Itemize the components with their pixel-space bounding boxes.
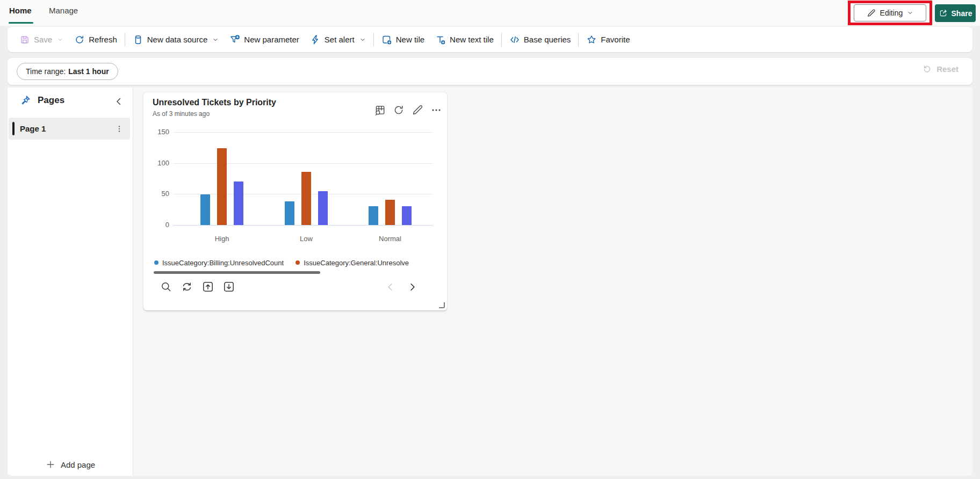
toolbar-divider xyxy=(125,33,125,47)
refresh-icon xyxy=(74,34,85,45)
gridline-y150 xyxy=(173,132,433,133)
chevron-down-icon[interactable] xyxy=(212,37,219,43)
bar-low-series2[interactable] xyxy=(301,172,311,225)
database-icon xyxy=(133,34,143,45)
bar-chart: 150100500HighLowNormal xyxy=(143,92,447,310)
new-data-source-label: New data source xyxy=(147,35,208,44)
pages-title: Pages xyxy=(38,95,64,106)
star-icon xyxy=(586,34,597,45)
share-icon xyxy=(939,9,948,18)
refresh-button[interactable]: Refresh xyxy=(69,27,122,52)
chevron-down-icon xyxy=(907,10,913,16)
dashboard-toolbar: Save Refresh New data source New paramet… xyxy=(8,27,972,52)
chevron-right-icon[interactable] xyxy=(407,282,417,292)
tile-plus-icon xyxy=(381,34,392,45)
legend-item[interactable]: IssueCategory:Billing:UnresolvedCount xyxy=(154,258,284,267)
gridline-y100 xyxy=(173,163,433,164)
pages-header: Pages xyxy=(19,95,64,106)
legend-label: IssueCategory:Billing:UnresolvedCount xyxy=(162,259,284,267)
code-icon xyxy=(509,34,520,45)
favorite-button[interactable]: Favorite xyxy=(581,27,635,52)
selected-indicator xyxy=(12,122,15,135)
gridline-y0 xyxy=(173,225,433,226)
tile-bottom-controls xyxy=(160,280,235,293)
set-alert-button[interactable]: Set alert xyxy=(305,27,371,52)
plus-icon xyxy=(46,460,55,469)
lightning-icon xyxy=(310,34,321,45)
page-more-icon[interactable] xyxy=(115,125,124,133)
new-tile-button[interactable]: New tile xyxy=(376,27,430,52)
reset-label: Reset xyxy=(936,64,959,74)
tile-resize-handle[interactable] xyxy=(439,302,445,308)
chart-legend: IssueCategory:Billing:UnresolvedCount Is… xyxy=(154,258,436,267)
new-tile-label: New tile xyxy=(396,35,424,44)
bar-normal-series2[interactable] xyxy=(385,200,395,225)
collapse-sidebar-icon[interactable] xyxy=(113,96,124,107)
page-label: Page 1 xyxy=(20,124,46,133)
chevron-down-icon[interactable] xyxy=(359,37,366,43)
tab-home[interactable]: Home xyxy=(9,6,32,15)
base-queries-label: Base queries xyxy=(524,35,571,44)
bar-high-series3[interactable] xyxy=(234,182,243,225)
refresh-label: Refresh xyxy=(89,35,117,44)
y-axis-tick: 50 xyxy=(147,190,169,198)
undo-icon xyxy=(922,64,932,74)
magnifier-icon[interactable] xyxy=(160,280,172,293)
new-parameter-label: New parameter xyxy=(244,35,299,44)
toolbar-divider xyxy=(578,33,579,47)
reset-filters-button[interactable]: Reset xyxy=(922,64,959,74)
x-axis-label-high: High xyxy=(198,235,246,243)
save-label: Save xyxy=(34,35,52,44)
bar-high-series2[interactable] xyxy=(217,148,227,225)
bar-high-series1[interactable] xyxy=(200,194,210,225)
editing-label: Editing xyxy=(880,9,903,17)
text-plus-icon xyxy=(435,34,446,45)
toolbar-divider xyxy=(373,33,374,47)
legend-dot xyxy=(154,260,158,265)
chevron-down-icon[interactable] xyxy=(57,37,63,43)
time-range-label: Time range: xyxy=(26,67,66,76)
save-button[interactable]: Save xyxy=(14,27,69,52)
legend-label: IssueCategory:General:Unresolve xyxy=(304,259,409,267)
y-axis-tick: 150 xyxy=(147,128,169,136)
bar-low-series3[interactable] xyxy=(318,191,328,225)
set-alert-label: Set alert xyxy=(325,35,355,44)
new-parameter-button[interactable]: New parameter xyxy=(224,27,305,52)
toolbar-divider xyxy=(501,33,502,47)
move-down-icon[interactable] xyxy=(222,280,235,293)
tile-pager xyxy=(385,282,417,292)
legend-item[interactable]: IssueCategory:General:Unresolve xyxy=(296,258,409,267)
y-axis-tick: 0 xyxy=(147,221,169,229)
x-axis-label-normal: Normal xyxy=(366,235,414,243)
share-button[interactable]: Share xyxy=(935,4,976,22)
tile-unresolved-tickets[interactable]: Unresolved Tickets by Priority As of 3 m… xyxy=(143,92,447,310)
pencil-icon xyxy=(867,9,876,18)
new-text-tile-button[interactable]: New text tile xyxy=(430,27,499,52)
chevron-left-icon[interactable] xyxy=(385,282,395,292)
share-label: Share xyxy=(952,9,972,18)
x-axis-label-low: Low xyxy=(282,235,330,243)
bar-normal-series1[interactable] xyxy=(369,206,378,225)
bar-normal-series3[interactable] xyxy=(402,206,412,225)
save-icon xyxy=(19,34,30,45)
legend-scrollbar[interactable] xyxy=(154,271,320,274)
add-page-button[interactable]: Add page xyxy=(8,460,133,469)
time-range-filter[interactable]: Time range: Last 1 hour xyxy=(17,63,118,80)
base-queries-button[interactable]: Base queries xyxy=(504,27,577,52)
move-up-icon[interactable] xyxy=(201,280,214,293)
cycle-arrows-icon[interactable] xyxy=(181,280,193,293)
y-axis-tick: 100 xyxy=(147,159,169,167)
legend-dot xyxy=(296,260,300,265)
sidebar-item-page-1[interactable]: Page 1 xyxy=(9,118,130,140)
editing-mode-dropdown[interactable]: Editing xyxy=(854,4,926,21)
new-data-source-button[interactable]: New data source xyxy=(127,27,225,52)
time-range-value: Last 1 hour xyxy=(68,67,109,76)
tab-manage[interactable]: Manage xyxy=(49,6,78,15)
top-tab-strip: Home Manage Editing Share xyxy=(0,0,980,26)
annotation-editing-highlight: Editing xyxy=(848,1,932,25)
favorite-label: Favorite xyxy=(601,35,630,44)
add-page-label: Add page xyxy=(61,460,95,469)
bar-low-series1[interactable] xyxy=(285,201,294,225)
active-tab-underline xyxy=(9,22,33,24)
filter-bar: Time range: Last 1 hour Reset xyxy=(8,58,972,85)
